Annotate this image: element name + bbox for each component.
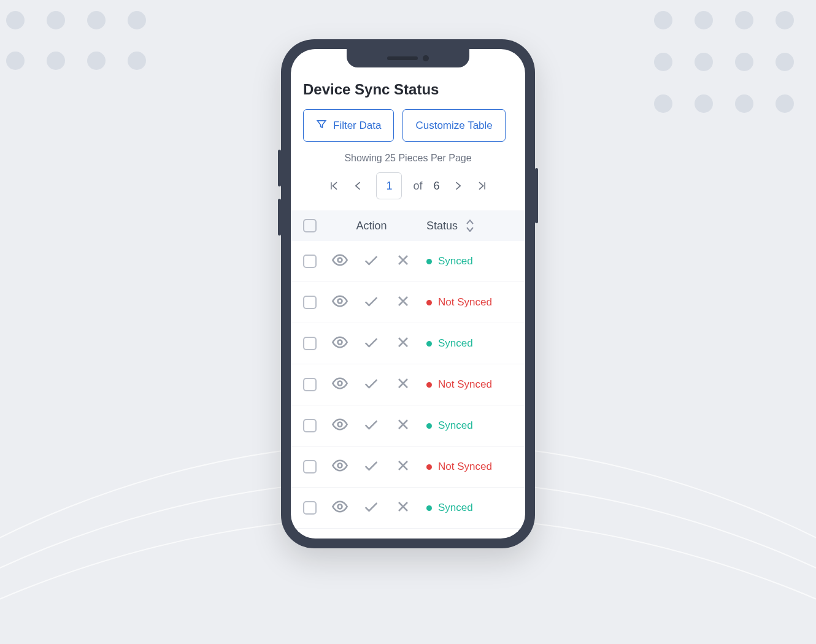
row-actions [324,334,419,353]
status-label: Not Synced [438,296,492,309]
row-actions [324,416,419,435]
bg-dots [654,53,816,71]
approve-icon[interactable] [363,251,380,271]
table-row: Synced [291,488,525,529]
next-page-button[interactable] [451,179,464,193]
row-checkbox[interactable] [303,501,317,515]
table-row: Not Synced [291,529,525,539]
reject-icon[interactable] [395,498,412,518]
status-label: Synced [438,337,473,350]
phone-notch [347,49,469,67]
status-badge: Synced [426,255,513,267]
reject-icon[interactable] [395,457,412,477]
filter-button-label: Filter Data [333,120,381,132]
page-title: Device Sync Status [291,76,525,109]
approve-icon[interactable] [363,416,380,435]
view-icon[interactable] [331,251,348,271]
status-dot-icon [426,505,432,511]
view-icon[interactable] [331,416,348,435]
reject-icon[interactable] [395,416,412,435]
toolbar: Filter Data Customize Table [291,109,525,153]
table-row: Not Synced [291,282,525,323]
table-header: Action Status [291,210,525,241]
approve-icon[interactable] [363,334,380,353]
approve-icon[interactable] [363,498,380,518]
status-badge: Synced [426,502,513,514]
status-dot-icon [426,464,432,470]
select-all-checkbox[interactable] [303,219,317,232]
row-checkbox[interactable] [303,460,317,473]
last-page-button[interactable] [475,179,489,193]
pager-total: 6 [434,180,440,193]
svg-point-2 [337,340,342,345]
pager: of 6 [291,172,525,199]
customize-button-label: Customize Table [415,120,492,132]
view-icon[interactable] [331,457,348,477]
row-checkbox[interactable] [303,378,317,391]
approve-icon[interactable] [363,375,380,394]
column-action: Action [324,220,419,232]
svg-point-4 [337,423,342,427]
svg-point-0 [337,258,342,263]
page-input[interactable] [376,172,402,199]
table-row: Synced [291,323,525,364]
row-checkbox[interactable] [303,337,317,350]
reject-icon[interactable] [395,293,412,312]
filter-button[interactable]: Filter Data [303,109,394,142]
filter-icon [316,118,327,132]
status-dot-icon [426,423,432,429]
row-actions [324,375,419,394]
row-actions [324,457,419,477]
svg-point-1 [337,299,342,304]
pager-info: Showing 25 Pieces Per Page [291,153,525,164]
view-icon[interactable] [331,498,348,518]
view-icon[interactable] [331,334,348,353]
row-checkbox[interactable] [303,255,317,268]
row-actions [324,498,419,518]
status-dot-icon [426,259,432,264]
row-actions [324,251,419,271]
table-row: Synced [291,241,525,282]
row-actions [324,293,419,312]
reject-icon[interactable] [395,334,412,353]
customize-button[interactable]: Customize Table [402,109,505,142]
svg-point-5 [337,464,342,468]
status-dot-icon [426,382,432,388]
status-label: Synced [438,420,473,432]
column-status: Status [426,220,513,232]
phone-screen: Device Sync Status Filter Data Customize… [291,49,525,539]
status-dot-icon [426,300,432,305]
bg-dots [6,11,146,70]
first-page-button[interactable] [327,179,341,193]
view-icon[interactable] [331,375,348,394]
phone-frame: Device Sync Status Filter Data Customize… [281,39,535,548]
status-badge: Synced [426,420,513,432]
reject-icon[interactable] [395,375,412,394]
svg-point-3 [337,381,342,386]
sort-status-button[interactable] [466,220,474,232]
svg-point-6 [337,505,342,509]
view-icon[interactable] [331,293,348,312]
approve-icon[interactable] [363,457,380,477]
status-badge: Synced [426,337,513,350]
status-badge: Not Synced [426,296,513,309]
row-checkbox[interactable] [303,419,317,432]
bg-dots [654,94,816,113]
prev-page-button[interactable] [352,179,365,193]
pager-of-label: of [413,180,422,193]
status-dot-icon [426,341,432,347]
column-status-label: Status [426,220,458,232]
approve-icon[interactable] [363,293,380,312]
status-badge: Not Synced [426,461,513,473]
status-label: Not Synced [438,461,492,473]
status-label: Synced [438,255,473,267]
status-badge: Not Synced [426,378,513,391]
table-row: Synced [291,405,525,447]
status-label: Not Synced [438,378,492,391]
bg-dots [654,11,816,29]
row-checkbox[interactable] [303,296,317,309]
table-row: Not Synced [291,364,525,405]
reject-icon[interactable] [395,251,412,271]
table-row: Not Synced [291,447,525,488]
table: Action Status SyncedNot SyncedSyncedNot … [291,210,525,539]
